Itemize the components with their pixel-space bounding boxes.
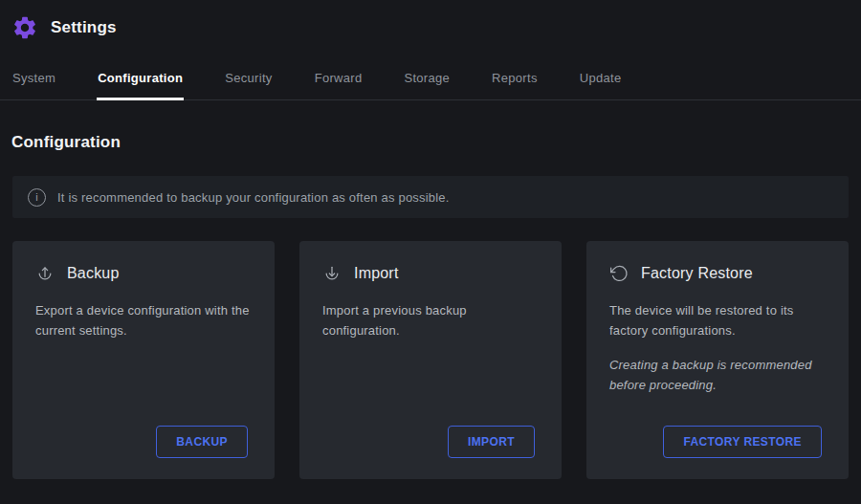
card-actions: BACKUP [156, 426, 252, 458]
info-banner: i It is recommended to backup your confi… [12, 176, 849, 218]
import-button[interactable]: IMPORT [448, 426, 535, 458]
restore-icon [609, 264, 629, 283]
card-description: Export a device configuration with the c… [35, 300, 252, 341]
card-description: Import a previous backup configuration. [322, 300, 539, 341]
card-header: Factory Restore [609, 264, 826, 283]
tab-system[interactable]: System [11, 63, 56, 99]
tab-reports[interactable]: Reports [491, 63, 539, 99]
tab-security[interactable]: Security [224, 63, 273, 99]
tab-storage[interactable]: Storage [403, 63, 451, 99]
page-title: Settings [51, 18, 117, 37]
gear-icon [11, 14, 38, 41]
card-description: The device will be restored to its facto… [609, 300, 826, 341]
upload-icon [35, 264, 55, 283]
section-heading: Configuration [11, 133, 850, 152]
info-icon: i [28, 188, 46, 207]
factory-restore-card: Factory Restore The device will be resto… [586, 241, 849, 479]
factory-restore-button[interactable]: FACTORY RESTORE [663, 426, 822, 458]
tab-update[interactable]: Update [579, 63, 623, 99]
card-header: Import [322, 264, 539, 283]
card-actions: FACTORY RESTORE [663, 426, 826, 458]
card-title: Import [354, 265, 399, 282]
backup-card: Backup Export a device configuration wit… [12, 241, 275, 479]
app-header: Settings [0, 0, 861, 44]
import-card: Import Import a previous backup configur… [299, 241, 562, 479]
card-actions: IMPORT [448, 426, 539, 458]
card-header: Backup [35, 264, 252, 283]
tab-configuration[interactable]: Configuration [97, 63, 184, 99]
download-icon [322, 264, 342, 283]
tab-forward[interactable]: Forward [314, 63, 364, 99]
info-banner-text: It is recommended to backup your configu… [57, 190, 450, 205]
card-note: Creating a backup is recommended before … [609, 355, 826, 396]
card-title: Factory Restore [641, 265, 753, 282]
backup-button[interactable]: BACKUP [156, 426, 248, 458]
tab-bar: System Configuration Security Forward St… [0, 63, 861, 100]
card-title: Backup [67, 265, 120, 282]
card-row: Backup Export a device configuration wit… [12, 241, 849, 479]
